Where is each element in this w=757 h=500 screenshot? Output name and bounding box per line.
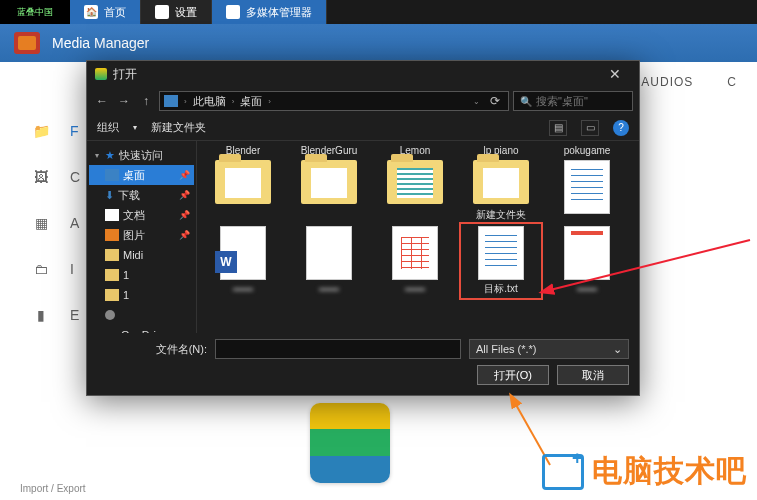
dialog-toolbar: 组织 ▾ 新建文件夹 ▤ ▭ ? <box>87 115 639 141</box>
watermark-logo-icon <box>542 454 584 490</box>
file-item[interactable]: 新建文件夹 <box>461 158 541 224</box>
preview-pane-button[interactable]: ▭ <box>581 120 599 136</box>
folder-icon <box>105 269 119 281</box>
search-input[interactable]: 🔍 搜索"桌面" <box>513 91 633 111</box>
tab-settings[interactable]: ⚙ 设置 <box>141 0 212 24</box>
tree-onedrive[interactable]: ▸☁OneDrive <box>89 325 194 333</box>
new-folder-button[interactable]: 新建文件夹 <box>151 120 206 135</box>
page-title: Media Manager <box>52 35 149 51</box>
organize-menu[interactable]: 组织 <box>97 120 119 135</box>
nav-other[interactable]: C <box>727 75 737 89</box>
document-icon <box>306 226 352 280</box>
file-item[interactable] <box>375 158 455 224</box>
tree-quick-access[interactable]: ▾★快速访问 <box>89 145 194 165</box>
dot-icon <box>105 310 115 320</box>
folder-icon <box>301 160 357 204</box>
media-manager-icon <box>14 32 40 54</box>
cancel-button[interactable]: 取消 <box>557 365 629 385</box>
download-icon: ⬇ <box>105 189 114 202</box>
media-manager-header: Media Manager <box>0 24 757 62</box>
file-list: Blender BlenderGuru Lemon lp piano pokug… <box>197 141 639 333</box>
dialog-footer: 文件名(N): All Files (*.*)⌄ 打开(O) 取消 <box>87 333 639 395</box>
file-item[interactable] <box>289 158 369 224</box>
file-type-filter[interactable]: All Files (*.*)⌄ <box>469 339 629 359</box>
tree-pictures[interactable]: 图片📌 <box>89 225 194 245</box>
pin-icon: 📌 <box>179 190 190 200</box>
file-item[interactable]: BlenderGuru <box>289 143 369 158</box>
folder-icon <box>105 249 119 261</box>
path-segment[interactable]: 此电脑 <box>193 94 226 109</box>
view-mode-button[interactable]: ▤ <box>549 120 567 136</box>
search-placeholder: 搜索"桌面" <box>536 94 588 109</box>
tree-folder[interactable]: 1 <box>89 285 194 305</box>
tree-folder[interactable]: Midi <box>89 245 194 265</box>
folder-icon: 🗀 <box>30 260 52 278</box>
document-icon <box>564 226 610 280</box>
tree-folder[interactable] <box>89 305 194 325</box>
file-item[interactable]: Blender <box>203 143 283 158</box>
file-item[interactable]: Lemon <box>375 143 455 158</box>
folder-icon: 📁 <box>30 122 52 140</box>
image-icon: 🖼 <box>30 168 52 186</box>
path-segment[interactable]: 桌面 <box>240 94 262 109</box>
file-item[interactable]: pokugame <box>547 143 627 158</box>
open-button[interactable]: 打开(O) <box>477 365 549 385</box>
file-item-selected[interactable]: 目标.txt <box>461 224 541 298</box>
tree-documents[interactable]: 文档📌 <box>89 205 194 225</box>
dialog-nav: ← → ↑ › 此电脑 › 桌面 › ⌄ ⟳ 🔍 搜索"桌面" <box>87 87 639 115</box>
file-item[interactable]: ▬▬ <box>289 224 369 298</box>
filename-label: 文件名(N): <box>97 342 207 357</box>
dialog-titlebar: 打开 ✕ <box>87 61 639 87</box>
chevron-right-icon: › <box>268 97 271 106</box>
file-item[interactable]: ▬▬ <box>203 224 283 298</box>
chevron-down-icon: ⌄ <box>613 343 622 356</box>
watermark-text: 电脑技术吧 <box>592 451 747 492</box>
chevron-down-icon: ▾ <box>133 123 137 132</box>
folder-icon <box>105 289 119 301</box>
apps-icon: ▦ <box>30 214 52 232</box>
top-tabbar: 蓝叠中国 🏠 首页 ⚙ 设置 ▣ 多媒体管理器 <box>0 0 757 24</box>
gear-icon: ⚙ <box>155 5 169 19</box>
tab-label: 首页 <box>104 5 126 20</box>
filename-input[interactable] <box>215 339 461 359</box>
file-item[interactable] <box>547 158 627 224</box>
refresh-button[interactable]: ⟳ <box>486 94 504 108</box>
file-item[interactable]: lp piano <box>461 143 541 158</box>
word-icon <box>220 226 266 280</box>
address-bar[interactable]: › 此电脑 › 桌面 › ⌄ ⟳ <box>159 91 509 111</box>
document-icon <box>392 226 438 280</box>
pin-icon: 📌 <box>179 230 190 240</box>
app-icon <box>95 68 107 80</box>
tab-label: 设置 <box>175 5 197 20</box>
file-open-dialog: 打开 ✕ ← → ↑ › 此电脑 › 桌面 › ⌄ ⟳ 🔍 搜索"桌面" 组织 … <box>86 60 640 396</box>
document-icon <box>105 209 119 221</box>
tree-downloads[interactable]: ⬇下载📌 <box>89 185 194 205</box>
watermark: 电脑技术吧 <box>542 451 747 492</box>
close-button[interactable]: ✕ <box>599 65 631 83</box>
picture-icon <box>105 229 119 241</box>
nav-audios[interactable]: AUDIOS <box>641 75 693 89</box>
help-button[interactable]: ? <box>613 120 629 136</box>
chevron-right-icon: › <box>184 97 187 106</box>
footer-link[interactable]: Import / Export <box>20 483 86 494</box>
pc-icon <box>164 95 178 107</box>
search-icon: 🔍 <box>520 96 532 107</box>
tree-folder[interactable]: 1 <box>89 265 194 285</box>
file-item[interactable] <box>203 158 283 224</box>
desktop-icon <box>105 169 119 181</box>
up-button[interactable]: ↑ <box>137 94 155 108</box>
imported-file-tile[interactable] <box>310 403 390 483</box>
media-icon: ▣ <box>226 5 240 19</box>
folder-icon <box>215 160 271 204</box>
chevron-down-icon[interactable]: ⌄ <box>473 97 480 106</box>
bluestacks-logo: 蓝叠中国 <box>0 0 70 24</box>
tab-home[interactable]: 🏠 首页 <box>70 0 141 24</box>
tree-desktop[interactable]: 桌面📌 <box>89 165 194 185</box>
folder-tree: ▾★快速访问 桌面📌 ⬇下载📌 文档📌 图片📌 Midi 1 1 ▸☁OneDr… <box>87 141 197 333</box>
pin-icon: 📌 <box>179 170 190 180</box>
file-item[interactable]: ▬▬ <box>547 224 627 298</box>
file-item[interactable]: ▬▬ <box>375 224 455 298</box>
tab-media-manager[interactable]: ▣ 多媒体管理器 <box>212 0 327 24</box>
back-button[interactable]: ← <box>93 94 111 108</box>
forward-button[interactable]: → <box>115 94 133 108</box>
